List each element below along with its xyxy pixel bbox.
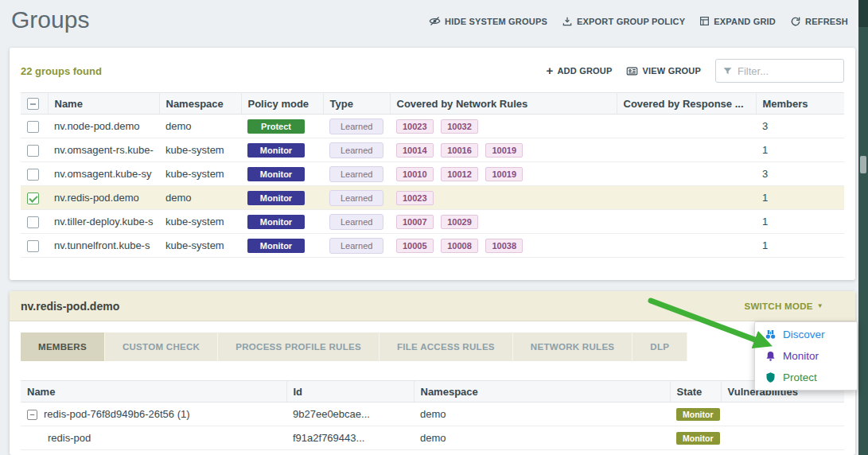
member-row[interactable]: −redis-pod-76f8d949b6-26t56 (1) 9b27ee0e… xyxy=(21,402,844,426)
response-rules-cell xyxy=(617,186,756,210)
network-rule-chip: 10016 xyxy=(441,143,478,158)
table-row-selected[interactable]: nv.redis-pod.demo demo Monitor Learned 1… xyxy=(21,186,844,210)
chevron-down-icon: ▼ xyxy=(817,302,823,309)
network-rule-chip: 10019 xyxy=(485,143,523,158)
expand-grid-button[interactable]: EXPAND GRID xyxy=(699,16,776,26)
column-header-type: Type xyxy=(323,93,390,115)
policy-mode-badge: Monitor xyxy=(247,143,305,158)
members-table-header: Name Id Namespace State Vulnerabilities xyxy=(21,381,844,402)
tab-custom-check[interactable]: CUSTOM CHECK xyxy=(105,332,218,361)
menu-item-protect-label: Protect xyxy=(783,371,817,383)
top-toolbar: HIDE SYSTEM GROUPS EXPORT GROUP POLICY E… xyxy=(429,15,848,27)
group-name: nv.redis-pod.demo xyxy=(48,186,159,210)
row-checkbox[interactable] xyxy=(27,169,39,181)
network-rule-chip: 10007 xyxy=(396,215,434,229)
panel-drag-handle[interactable] xyxy=(860,156,866,173)
row-checkbox[interactable] xyxy=(27,240,39,252)
detail-header: nv.redis-pod.demo SWITCH MODE ▼ xyxy=(10,291,855,321)
row-checkbox[interactable] xyxy=(27,216,39,228)
members-count: 1 xyxy=(756,138,844,162)
tab-file-access-rules[interactable]: FILE ACCESS RULES xyxy=(380,332,513,361)
groups-count: 22 groups found xyxy=(21,65,102,77)
detail-title: nv.redis-pod.demo xyxy=(21,300,119,313)
grid-icon xyxy=(699,16,710,26)
eye-off-icon xyxy=(429,15,441,27)
member-name: redis-pod-76f8d949b6-26t56 (1) xyxy=(44,408,190,420)
type-badge: Learned xyxy=(329,119,383,134)
type-badge: Learned xyxy=(329,214,383,230)
type-badge: Learned xyxy=(329,166,383,182)
group-detail-card: nv.redis-pod.demo SWITCH MODE ▼ MEMBERS … xyxy=(10,291,855,455)
network-rule-chip: 10032 xyxy=(441,119,478,134)
add-group-label: ADD GROUP xyxy=(557,66,612,76)
row-checkbox[interactable] xyxy=(27,145,39,157)
menu-item-discover-label: Discover xyxy=(783,329,825,340)
table-row[interactable]: nv.tunnelfront.kube-s kube-system Monito… xyxy=(21,234,844,258)
members-count: 3 xyxy=(756,162,844,186)
bell-icon xyxy=(765,350,777,362)
filter-box xyxy=(715,59,844,83)
column-header-member-namespace: Namespace xyxy=(414,381,670,402)
group-namespace: kube-system xyxy=(159,138,241,162)
response-rules-cell xyxy=(617,115,756,138)
type-badge: Learned xyxy=(329,238,383,254)
view-group-label: VIEW GROUP xyxy=(642,66,701,76)
response-rules-cell xyxy=(617,138,756,162)
tab-dlp[interactable]: DLP xyxy=(633,332,687,361)
group-namespace: demo xyxy=(159,186,241,210)
network-rule-chip: 10014 xyxy=(396,143,434,158)
menu-item-protect[interactable]: Protect xyxy=(755,367,857,388)
refresh-icon xyxy=(790,16,801,27)
add-group-button[interactable]: + ADD GROUP xyxy=(546,66,612,76)
network-rule-chip: 10010 xyxy=(396,167,434,181)
switch-mode-button[interactable]: SWITCH MODE ▼ xyxy=(744,301,823,311)
policy-mode-badge: Monitor xyxy=(247,215,305,229)
type-badge: Learned xyxy=(329,190,383,206)
column-header-policy-mode: Policy mode xyxy=(241,93,323,115)
group-namespace: demo xyxy=(159,115,241,138)
export-group-policy-button[interactable]: EXPORT GROUP POLICY xyxy=(562,16,685,27)
response-rules-cell xyxy=(617,162,756,186)
view-group-button[interactable]: VIEW GROUP xyxy=(626,65,701,77)
tab-network-rules[interactable]: NETWORK RULES xyxy=(513,332,633,361)
members-count: 1 xyxy=(756,186,844,210)
table-row[interactable]: nv.tiller-deploy.kube-s kube-system Moni… xyxy=(21,210,844,234)
member-namespace: demo xyxy=(414,426,670,450)
hide-system-groups-label: HIDE SYSTEM GROUPS xyxy=(445,17,547,26)
members-count: 3 xyxy=(756,115,844,138)
switch-mode-label: SWITCH MODE xyxy=(744,301,812,311)
group-namespace: kube-system xyxy=(159,162,241,186)
expand-grid-label: EXPAND GRID xyxy=(714,17,776,26)
policy-mode-badge: Monitor xyxy=(247,191,305,205)
menu-item-discover[interactable]: Discover xyxy=(755,324,857,345)
table-row[interactable]: nv.omsagent-rs.kube- kube-system Monitor… xyxy=(21,138,844,162)
panel-toggle-icon[interactable] xyxy=(858,0,868,27)
member-id: f91a2f769443... xyxy=(286,426,414,450)
network-rule-chip: 10023 xyxy=(396,191,434,205)
tab-process-profile-rules[interactable]: PROCESS PROFILE RULES xyxy=(218,332,380,361)
table-row[interactable]: nv.node-pod.demo demo Protect Learned 10… xyxy=(21,115,844,138)
member-row[interactable]: redis-pod f91a2f769443... demo Monitor xyxy=(21,426,844,450)
row-checkbox[interactable] xyxy=(27,121,39,133)
network-rule-chip: 10023 xyxy=(396,119,434,134)
column-header-members: Members xyxy=(756,93,844,115)
member-name: redis-pod xyxy=(21,426,286,450)
filter-input[interactable] xyxy=(738,65,831,77)
right-side-panel[interactable] xyxy=(858,0,868,455)
export-group-policy-label: EXPORT GROUP POLICY xyxy=(577,17,685,26)
row-checkbox[interactable] xyxy=(27,192,39,204)
page-title: Groups xyxy=(11,6,89,33)
collapse-icon[interactable]: − xyxy=(27,410,37,420)
table-row[interactable]: nv.omsagent.kube-sy kube-system Monitor … xyxy=(21,162,844,186)
response-rules-cell xyxy=(617,234,756,258)
select-all-checkbox[interactable] xyxy=(27,98,39,110)
tab-members[interactable]: MEMBERS xyxy=(21,332,105,361)
menu-item-monitor[interactable]: Monitor xyxy=(755,345,857,367)
group-namespace: kube-system xyxy=(159,234,241,258)
state-badge: Monitor xyxy=(676,432,720,445)
network-rule-chip: 10008 xyxy=(441,239,478,253)
member-namespace: demo xyxy=(414,402,670,426)
hide-system-groups-button[interactable]: HIDE SYSTEM GROUPS xyxy=(429,15,547,27)
network-rule-chip: 10029 xyxy=(441,215,478,229)
refresh-button[interactable]: REFRESH xyxy=(790,16,848,27)
